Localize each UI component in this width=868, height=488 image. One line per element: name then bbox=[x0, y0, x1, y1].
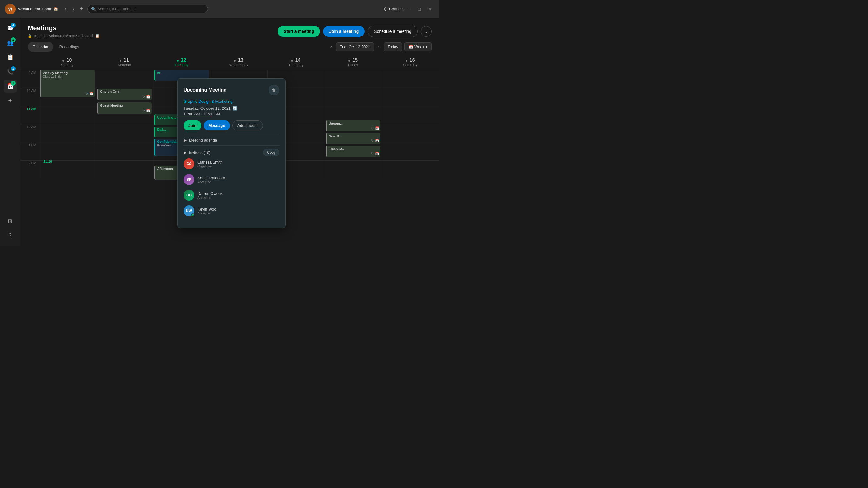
sidebar-item-help[interactable]: ? bbox=[4, 229, 17, 242]
event-title: One-on-One bbox=[100, 90, 150, 93]
event-one-on-one[interactable]: One-on-One ↻ 📅 bbox=[97, 89, 152, 100]
popup-add-room-button[interactable]: Add a room bbox=[232, 121, 263, 130]
week-button[interactable]: 📅 Week ▾ bbox=[404, 42, 432, 51]
event-fresh-st[interactable]: Fresh St... ↻ 📅 bbox=[326, 146, 381, 157]
popup-message-button[interactable]: Message bbox=[204, 121, 230, 130]
new-tab-button[interactable]: + bbox=[78, 4, 85, 13]
event-weekly-meeting[interactable]: Weekly Meeting Clarissa Smith ↻ 📅 bbox=[40, 70, 95, 97]
sidebar-item-meetings[interactable]: 📅 1 bbox=[4, 79, 17, 93]
popup-title: Upcoming Meeting bbox=[184, 87, 227, 93]
today-button[interactable]: Today bbox=[384, 42, 402, 51]
join-meeting-button[interactable]: Join a meeting bbox=[323, 26, 365, 37]
invitee-row-darren: DO Darren Owens Accepted bbox=[184, 187, 279, 203]
event-upcom-fri[interactable]: Upcom... ↻ 📅 bbox=[326, 121, 381, 131]
contacts-icon: 📋 bbox=[7, 54, 13, 61]
event-title: m bbox=[157, 71, 207, 75]
schedule-meeting-button[interactable]: Schedule a meeting bbox=[368, 26, 418, 37]
invitee-status: Organiser bbox=[197, 164, 223, 168]
start-meeting-button[interactable]: Start a meeting bbox=[278, 26, 320, 37]
sidebar-item-apps[interactable]: ⊞ bbox=[4, 215, 17, 228]
help-icon: ? bbox=[8, 233, 11, 239]
invitee-info-sonali: Sonali Pritchard Accepted bbox=[197, 175, 225, 184]
chevron-right-icon: ▶ bbox=[184, 150, 187, 155]
avatar-image: SP bbox=[184, 174, 194, 185]
saturday-slot-1 bbox=[382, 142, 439, 160]
sidebar-item-webex[interactable]: ✦ bbox=[4, 94, 17, 107]
cal-prev-button[interactable]: ‹ bbox=[329, 43, 334, 51]
tab-calendar[interactable]: Calendar bbox=[28, 42, 53, 52]
cal-header-saturday: 16 Saturday bbox=[381, 55, 439, 70]
popup-copy-button[interactable]: Copy bbox=[263, 149, 279, 156]
wednesday-dot bbox=[234, 60, 236, 62]
event-calendar-button[interactable]: 📅 bbox=[375, 139, 379, 143]
chevron-right-icon: ▶ bbox=[184, 138, 187, 142]
invitee-status: Accepted bbox=[197, 196, 223, 199]
avatar-kevin: KW bbox=[184, 205, 194, 216]
header-actions: Start a meeting Join a meeting Schedule … bbox=[278, 26, 432, 37]
invitee-name: Kevin Woo bbox=[197, 207, 216, 212]
calls-badge: 1 bbox=[11, 66, 16, 71]
meetings-badge: 1 bbox=[11, 81, 16, 86]
event-calendar-button[interactable]: 📅 bbox=[146, 95, 150, 99]
event-refresh-button[interactable]: ↻ bbox=[85, 92, 88, 96]
event-refresh-button[interactable]: ↻ bbox=[142, 95, 145, 99]
sidebar-item-messages[interactable]: 💬 4 bbox=[4, 22, 17, 35]
sidebar-bottom: ⊞ ? bbox=[4, 215, 17, 242]
avatar-image: DO bbox=[184, 190, 194, 201]
back-button[interactable]: ‹ bbox=[63, 5, 68, 13]
event-guest-meeting[interactable]: Guest Meeting ↻ 📅 bbox=[97, 102, 152, 114]
sidebar-item-calls[interactable]: 📞 1 bbox=[4, 65, 17, 78]
avatar-image: CS bbox=[184, 158, 194, 169]
event-calendar-button[interactable]: 📅 bbox=[89, 92, 93, 96]
monday-slot-1 bbox=[96, 142, 153, 160]
connect-button[interactable]: ⬡ Connect bbox=[384, 7, 404, 11]
invitee-name: Darren Owens bbox=[197, 191, 223, 196]
saturday-column bbox=[381, 70, 439, 178]
header-more-button[interactable]: ⌄ bbox=[421, 26, 432, 37]
event-calendar-button[interactable]: 📅 bbox=[146, 109, 150, 113]
time-marker-line bbox=[153, 116, 210, 116]
monday-slot-9 bbox=[96, 70, 153, 88]
copy-url-button[interactable]: 📋 bbox=[94, 33, 100, 38]
popup-invitees-header[interactable]: ▶ Invitees (10) Copy bbox=[184, 149, 279, 156]
popup-delete-button[interactable]: 🗑 bbox=[269, 85, 279, 96]
chevron-down-icon: ▾ bbox=[426, 44, 428, 49]
event-actions: ↻ 📅 bbox=[371, 126, 379, 130]
maximize-button[interactable]: □ bbox=[416, 5, 423, 13]
cal-header-sunday: 10 Sunday bbox=[38, 55, 96, 70]
event-refresh-button[interactable]: ↻ bbox=[371, 152, 374, 156]
friday-name: Friday bbox=[326, 63, 381, 67]
event-new-m[interactable]: New M... ↻ 📅 bbox=[326, 133, 381, 144]
cal-header-thursday: 14 Thursday bbox=[267, 55, 324, 70]
monday-slot-12 bbox=[96, 124, 153, 142]
time-9am: 9 AM bbox=[21, 70, 38, 88]
popup-actions: Join Message Add a room bbox=[184, 121, 279, 130]
tab-recordings[interactable]: Recordings bbox=[55, 42, 84, 52]
sunday-num: 10 bbox=[67, 58, 72, 63]
saturday-num: 16 bbox=[410, 58, 415, 63]
search-input[interactable] bbox=[87, 4, 208, 13]
popup-join-button[interactable]: Join bbox=[184, 121, 201, 130]
forward-button[interactable]: › bbox=[70, 5, 76, 13]
sidebar-item-contacts[interactable]: 📋 bbox=[4, 51, 17, 64]
popup-agenda-header[interactable]: ▶ Meeting agenda bbox=[184, 138, 279, 142]
calendar-icon-small: 📅 bbox=[408, 44, 413, 49]
event-calendar-button[interactable]: 📅 bbox=[375, 152, 379, 156]
calendar-nav: ‹ Tue, Oct 12 2021 › Today 📅 Week ▾ bbox=[329, 42, 432, 51]
event-refresh-button[interactable]: ↻ bbox=[142, 109, 145, 113]
minimize-button[interactable]: − bbox=[406, 5, 413, 13]
cal-next-button[interactable]: › bbox=[376, 43, 381, 51]
lock-icon: 🔒 bbox=[28, 34, 32, 38]
monday-slot-2 bbox=[96, 160, 153, 178]
close-button[interactable]: ✕ bbox=[426, 5, 434, 13]
monday-dot bbox=[120, 60, 121, 62]
event-calendar-button[interactable]: 📅 bbox=[375, 126, 379, 130]
monday-column: One-on-One ↻ 📅 Guest Meeting ↻ 📅 bbox=[96, 70, 153, 178]
invitee-row-clarissa: CS Clarissa Smith Organiser bbox=[184, 156, 279, 172]
popup-meeting-link[interactable]: Graphic Design & Marketing bbox=[184, 99, 279, 104]
search-container: 🔍 bbox=[87, 4, 208, 13]
event-refresh-button[interactable]: ↻ bbox=[371, 139, 374, 143]
sidebar-item-teams[interactable]: 👥 1 bbox=[4, 36, 17, 50]
time-12am: 12 AM bbox=[21, 124, 38, 142]
event-refresh-button[interactable]: ↻ bbox=[371, 126, 374, 130]
